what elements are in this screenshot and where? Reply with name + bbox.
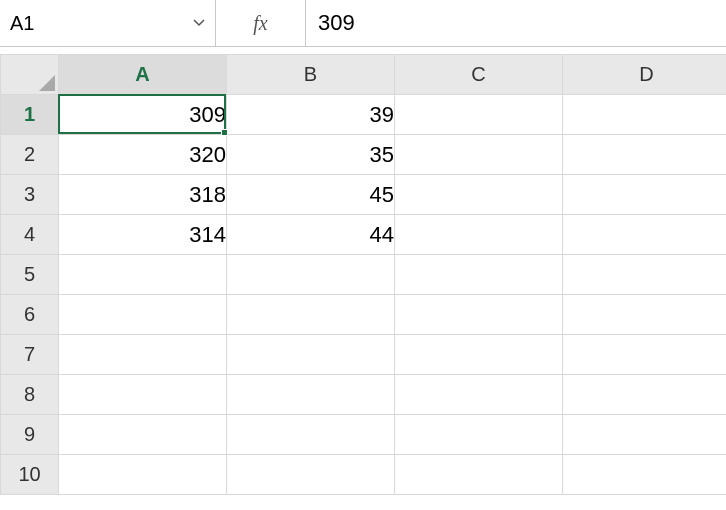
name-box-input[interactable] (8, 11, 191, 36)
cell-C9[interactable] (395, 415, 563, 455)
cell-A10[interactable] (59, 455, 227, 495)
cell-C6[interactable] (395, 295, 563, 335)
cell-C10[interactable] (395, 455, 563, 495)
column-header-C[interactable]: C (395, 55, 563, 95)
row-header-2[interactable]: 2 (1, 135, 59, 175)
cell-A6[interactable] (59, 295, 227, 335)
row-header-6[interactable]: 6 (1, 295, 59, 335)
cell-B2[interactable]: 35 (227, 135, 395, 175)
cell-A8[interactable] (59, 375, 227, 415)
row-header-8[interactable]: 8 (1, 375, 59, 415)
column-header-A[interactable]: A (59, 55, 227, 95)
fx-icon: fx (253, 12, 267, 35)
cell-A7[interactable] (59, 335, 227, 375)
cell-C2[interactable] (395, 135, 563, 175)
cell-C8[interactable] (395, 375, 563, 415)
row-header-3[interactable]: 3 (1, 175, 59, 215)
cell-D6[interactable] (563, 295, 727, 335)
column-header-D[interactable]: D (563, 55, 727, 95)
cell-B6[interactable] (227, 295, 395, 335)
cell-B3[interactable]: 45 (227, 175, 395, 215)
cell-D10[interactable] (563, 455, 727, 495)
row-header-7[interactable]: 7 (1, 335, 59, 375)
row-header-4[interactable]: 4 (1, 215, 59, 255)
cell-A4[interactable]: 314 (59, 215, 227, 255)
cell-B4[interactable]: 44 (227, 215, 395, 255)
name-box[interactable] (0, 0, 216, 47)
row-header-10[interactable]: 10 (1, 455, 59, 495)
cell-D4[interactable] (563, 215, 727, 255)
cell-C3[interactable] (395, 175, 563, 215)
formula-input-container (306, 0, 726, 47)
row-header-9[interactable]: 9 (1, 415, 59, 455)
cell-C4[interactable] (395, 215, 563, 255)
cell-A3[interactable]: 318 (59, 175, 227, 215)
cell-B9[interactable] (227, 415, 395, 455)
insert-function-button[interactable]: fx (216, 0, 306, 47)
cell-A9[interactable] (59, 415, 227, 455)
cell-B7[interactable] (227, 335, 395, 375)
formula-input[interactable] (316, 9, 716, 37)
spreadsheet-grid[interactable]: ABCD 1309392320353318454314445678910 (0, 54, 726, 495)
row-header-5[interactable]: 5 (1, 255, 59, 295)
cell-C5[interactable] (395, 255, 563, 295)
cell-D3[interactable] (563, 175, 727, 215)
cell-C7[interactable] (395, 335, 563, 375)
cell-B8[interactable] (227, 375, 395, 415)
select-all-corner[interactable] (1, 55, 59, 95)
cell-D9[interactable] (563, 415, 727, 455)
select-all-triangle-icon (39, 75, 55, 91)
cell-D1[interactable] (563, 95, 727, 135)
cell-D7[interactable] (563, 335, 727, 375)
cell-D8[interactable] (563, 375, 727, 415)
column-header-B[interactable]: B (227, 55, 395, 95)
cell-B5[interactable] (227, 255, 395, 295)
chevron-down-icon[interactable] (191, 14, 207, 32)
cell-D2[interactable] (563, 135, 727, 175)
cell-B1[interactable]: 39 (227, 95, 395, 135)
cell-A5[interactable] (59, 255, 227, 295)
cell-A1[interactable]: 309 (59, 95, 227, 135)
cell-C1[interactable] (395, 95, 563, 135)
cell-A2[interactable]: 320 (59, 135, 227, 175)
formula-bar: fx (0, 0, 726, 48)
cell-B10[interactable] (227, 455, 395, 495)
row-header-1[interactable]: 1 (1, 95, 59, 135)
cell-D5[interactable] (563, 255, 727, 295)
